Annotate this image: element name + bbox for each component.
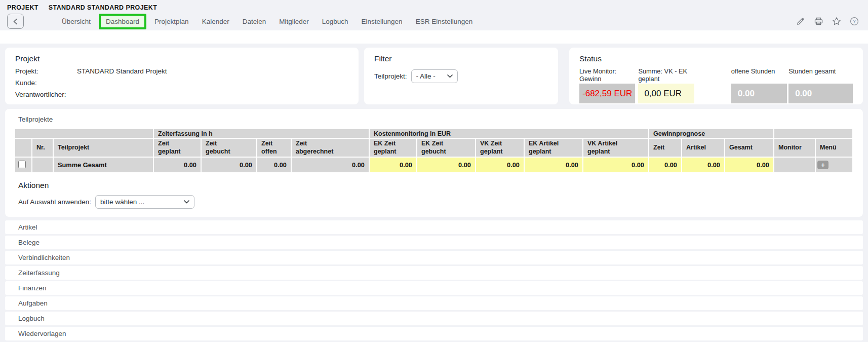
teilprojekt-filter-select[interactable]: - Alle -	[411, 69, 458, 83]
teilprojekte-title: Teilprojekte	[18, 116, 854, 123]
sum-gewinn-zeit: 0.00	[649, 158, 681, 172]
group-cell-left	[15, 129, 153, 138]
print-icon[interactable]	[814, 17, 823, 26]
teilprojekt-filter-value: - Alle -	[416, 72, 436, 80]
filter-panel-title: Filter	[374, 54, 548, 63]
tab-esr-einstellungen[interactable]: ESR Einstellungen	[409, 15, 480, 28]
group-cell-kostenmonitoring: Kostenmonitoring in EUR	[370, 129, 648, 138]
status-panel: Status Live Monitor: Gewinn -682,59 EUR …	[569, 48, 863, 104]
col-checkbox	[15, 139, 31, 157]
tab-logbuch[interactable]: Logbuch	[315, 15, 355, 28]
col-gewinn-artikel: Artikel	[682, 139, 724, 157]
sum-zeit-geplant: 0.00	[154, 158, 201, 172]
project-value: STANDARD Standard Projekt	[77, 67, 167, 75]
back-button[interactable]	[7, 14, 24, 29]
col-nr: Nr.	[32, 139, 53, 157]
project-panel-title: Projekt	[15, 54, 348, 63]
stat-offene-stunden-label: offene Stunden	[731, 67, 787, 84]
teilprojekte-panel: Teilprojekte Zeiterfassung in h Kostenmo…	[5, 109, 863, 217]
stat-stunden-gesamt-label: Stunden gesamt	[788, 67, 853, 84]
aktion-select-value: bitte wählen ...	[100, 198, 144, 206]
stat-summe-vk-ek-label: Summe: VK - EK geplant	[638, 67, 694, 84]
tab-projektplan[interactable]: Projektplan	[148, 15, 195, 28]
top-bar: PROJEKT STANDARD STANDARD PROJEKT Übersi…	[0, 0, 868, 30]
sum-menu-cell: +	[816, 158, 852, 172]
stat-live-monitor: Live Monitor: Gewinn -682,59 EUR	[579, 67, 635, 103]
table-group-row: Zeiterfassung in h Kostenmonitoring in E…	[15, 129, 852, 138]
tab-bar: Übersicht Dashboard Projektplan Kalender…	[55, 14, 479, 29]
col-teilprojekt: Teilprojekt	[54, 139, 153, 157]
tab-uebersicht[interactable]: Übersicht	[55, 15, 97, 28]
sum-monitor-cell	[774, 158, 815, 172]
section-belege[interactable]: Belege	[5, 236, 863, 249]
stat-summe-vk-ek: Summe: VK - EK geplant 0,00 EUR	[638, 67, 694, 103]
breadcrumb: PROJEKT STANDARD STANDARD PROJEKT	[7, 4, 860, 11]
tab-kalender[interactable]: Kalender	[195, 15, 236, 28]
accordion-sections: Artikel Belege Verbindlichkeiten Zeiterf…	[5, 220, 863, 340]
teilprojekte-table: Zeiterfassung in h Kostenmonitoring in E…	[14, 128, 853, 173]
sum-ek-zeit-gebucht: 0.00	[417, 158, 475, 172]
favorite-icon[interactable]	[832, 17, 841, 26]
tab-einstellungen[interactable]: Einstellungen	[355, 15, 409, 28]
sum-gewinn-artikel: 0.00	[682, 158, 724, 172]
col-ek-zeit-gebucht: EK Zeit gebucht	[417, 139, 475, 157]
col-gewinn-gesamt: Gesamt	[725, 139, 773, 157]
tab-dashboard-highlight: Dashboard	[99, 14, 146, 29]
add-menu-button[interactable]: +	[817, 161, 828, 169]
edit-icon[interactable]	[796, 17, 805, 26]
section-artikel[interactable]: Artikel	[5, 220, 863, 234]
tab-dashboard[interactable]: Dashboard	[101, 16, 144, 27]
stat-live-monitor-value: -682,59 EUR	[579, 84, 635, 103]
sum-nr-cell	[32, 158, 53, 172]
project-label: Projekt:	[15, 67, 77, 75]
breadcrumb-section: PROJEKT	[7, 4, 38, 11]
row-checkbox[interactable]	[18, 161, 26, 168]
stat-stunden-gesamt: Stunden gesamt 0.00	[788, 67, 853, 103]
row-checkbox-cell	[15, 158, 31, 172]
customer-field-row: Kunde:	[15, 79, 348, 87]
table-header-row: Nr. Teilprojekt Zeit geplant Zeit gebuch…	[15, 139, 852, 157]
col-monitor: Monitor	[774, 139, 815, 157]
customer-label: Kunde:	[15, 79, 77, 87]
sum-vk-artikel-geplant: 0.00	[583, 158, 648, 172]
aktionen-row: Auf Auswahl anwenden: bitte wählen ...	[18, 195, 854, 209]
cards-row: Projekt Projekt: STANDARD Standard Proje…	[5, 48, 863, 104]
stat-stunden-gesamt-value: 0.00	[788, 84, 853, 103]
sum-zeit-offen: 0.00	[257, 158, 291, 172]
group-cell-zeiterfassung: Zeiterfassung in h	[154, 129, 369, 138]
section-verbindlichkeiten[interactable]: Verbindlichkeiten	[5, 251, 863, 264]
aktion-select[interactable]: bitte wählen ...	[95, 195, 194, 209]
section-logbuch[interactable]: Logbuch	[5, 312, 863, 325]
svg-text:?: ?	[853, 18, 855, 24]
teilprojekt-filter-label: Teilprojekt:	[374, 72, 407, 80]
page-title: STANDARD STANDARD PROJEKT	[49, 4, 157, 11]
col-zeit-gebucht: Zeit gebucht	[202, 139, 256, 157]
aktionen-title: Aktionen	[18, 181, 854, 190]
sum-vk-zeit-geplant: 0.00	[476, 158, 524, 172]
col-vk-artikel-geplant: VK Artikel geplant	[583, 139, 648, 157]
stat-offene-stunden-value: 0.00	[731, 84, 787, 103]
sum-label-cell: Summe Gesamt	[54, 158, 153, 172]
chevron-down-icon	[447, 74, 453, 78]
group-cell-gewinnprognose: Gewinnprognose	[649, 129, 773, 138]
tab-mitglieder[interactable]: Mitglieder	[272, 15, 315, 28]
section-finanzen[interactable]: Finanzen	[5, 281, 863, 295]
col-ek-zeit-geplant: EK Zeit geplant	[370, 139, 416, 157]
section-zeiterfassung[interactable]: Zeiterfassung	[5, 266, 863, 280]
col-gewinn-zeit: Zeit	[649, 139, 681, 157]
toolbar-icons: ?	[796, 17, 859, 26]
col-zeit-geplant: Zeit geplant	[154, 139, 201, 157]
sub-header-band	[0, 30, 868, 44]
tab-dateien[interactable]: Dateien	[236, 15, 273, 28]
filter-panel: Filter Teilprojekt: - Alle -	[364, 48, 558, 104]
col-vk-zeit-geplant: VK Zeit geplant	[476, 139, 524, 157]
responsible-field-row: Verantwortlicher:	[15, 91, 348, 98]
chevron-down-icon	[184, 200, 189, 204]
filter-row: Teilprojekt: - Alle -	[374, 69, 548, 83]
help-icon[interactable]: ?	[850, 17, 859, 26]
status-stats: Live Monitor: Gewinn -682,59 EUR Summe: …	[579, 67, 853, 103]
section-wiedervorlagen[interactable]: Wiedervorlagen	[5, 327, 863, 340]
responsible-label: Verantwortlicher:	[15, 91, 77, 98]
sum-gewinn-gesamt: 0.00	[725, 158, 773, 172]
section-aufgaben[interactable]: Aufgaben	[5, 296, 863, 310]
